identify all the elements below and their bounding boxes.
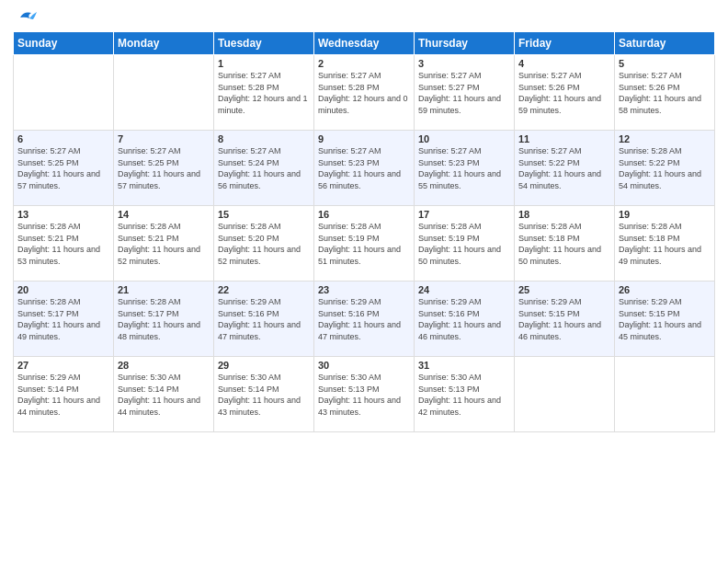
day-info: Sunrise: 5:28 AMSunset: 5:20 PMDaylight:… — [218, 221, 310, 267]
day-cell: 9Sunrise: 5:27 AMSunset: 5:23 PMDaylight… — [314, 131, 415, 206]
day-number: 4 — [518, 58, 610, 69]
day-info: Sunrise: 5:29 AMSunset: 5:15 PMDaylight:… — [619, 296, 711, 342]
day-cell: 26Sunrise: 5:29 AMSunset: 5:15 PMDayligh… — [615, 282, 715, 357]
col-header-monday: Monday — [114, 32, 214, 55]
day-number: 6 — [17, 133, 109, 144]
day-cell: 28Sunrise: 5:30 AMSunset: 5:14 PMDayligh… — [114, 357, 214, 432]
day-number: 11 — [518, 133, 610, 144]
day-number: 30 — [318, 360, 410, 371]
day-number: 27 — [17, 360, 109, 371]
day-info: Sunrise: 5:28 AMSunset: 5:17 PMDaylight:… — [118, 296, 210, 342]
day-info: Sunrise: 5:28 AMSunset: 5:17 PMDaylight:… — [17, 296, 109, 342]
day-info: Sunrise: 5:30 AMSunset: 5:14 PMDaylight:… — [118, 372, 210, 418]
day-cell: 29Sunrise: 5:30 AMSunset: 5:14 PMDayligh… — [214, 357, 314, 432]
day-info: Sunrise: 5:30 AMSunset: 5:14 PMDaylight:… — [218, 372, 310, 418]
col-header-tuesday: Tuesday — [214, 32, 314, 55]
day-info: Sunrise: 5:28 AMSunset: 5:22 PMDaylight:… — [619, 145, 711, 191]
week-row-1: 1Sunrise: 5:27 AMSunset: 5:28 PMDaylight… — [14, 55, 715, 131]
day-info: Sunrise: 5:27 AMSunset: 5:24 PMDaylight:… — [218, 145, 310, 191]
day-info: Sunrise: 5:28 AMSunset: 5:19 PMDaylight:… — [318, 221, 410, 267]
day-info: Sunrise: 5:29 AMSunset: 5:16 PMDaylight:… — [318, 296, 410, 342]
day-cell: 17Sunrise: 5:28 AMSunset: 5:19 PMDayligh… — [415, 206, 515, 282]
day-number: 10 — [418, 133, 510, 144]
day-number: 7 — [118, 133, 210, 144]
day-cell: 11Sunrise: 5:27 AMSunset: 5:22 PMDayligh… — [515, 131, 615, 206]
day-info: Sunrise: 5:28 AMSunset: 5:18 PMDaylight:… — [518, 221, 610, 267]
day-number: 20 — [17, 284, 109, 295]
day-cell: 4Sunrise: 5:27 AMSunset: 5:26 PMDaylight… — [515, 55, 615, 131]
day-cell: 15Sunrise: 5:28 AMSunset: 5:20 PMDayligh… — [214, 206, 314, 282]
header — [13, 9, 715, 26]
day-cell: 5Sunrise: 5:27 AMSunset: 5:26 PMDaylight… — [615, 55, 715, 131]
day-number: 21 — [118, 284, 210, 295]
day-cell: 27Sunrise: 5:29 AMSunset: 5:14 PMDayligh… — [14, 357, 114, 432]
day-cell: 6Sunrise: 5:27 AMSunset: 5:25 PMDaylight… — [14, 131, 114, 206]
day-info: Sunrise: 5:29 AMSunset: 5:15 PMDaylight:… — [518, 296, 610, 342]
day-info: Sunrise: 5:28 AMSunset: 5:19 PMDaylight:… — [418, 221, 510, 267]
day-cell: 23Sunrise: 5:29 AMSunset: 5:16 PMDayligh… — [314, 282, 415, 357]
day-info: Sunrise: 5:29 AMSunset: 5:14 PMDaylight:… — [17, 372, 109, 418]
day-number: 3 — [418, 58, 510, 69]
day-number: 22 — [218, 284, 310, 295]
calendar-header-row: SundayMondayTuesdayWednesdayThursdayFrid… — [14, 32, 715, 55]
day-cell: 1Sunrise: 5:27 AMSunset: 5:28 PMDaylight… — [214, 55, 314, 131]
day-cell: 19Sunrise: 5:28 AMSunset: 5:18 PMDayligh… — [615, 206, 715, 282]
day-number: 24 — [418, 284, 510, 295]
day-cell: 12Sunrise: 5:28 AMSunset: 5:22 PMDayligh… — [615, 131, 715, 206]
day-number: 16 — [318, 209, 410, 220]
day-number: 17 — [418, 209, 510, 220]
day-info: Sunrise: 5:27 AMSunset: 5:28 PMDaylight:… — [318, 70, 410, 116]
day-info: Sunrise: 5:27 AMSunset: 5:26 PMDaylight:… — [518, 70, 610, 116]
day-number: 9 — [318, 133, 410, 144]
week-row-5: 27Sunrise: 5:29 AMSunset: 5:14 PMDayligh… — [14, 357, 715, 432]
week-row-4: 20Sunrise: 5:28 AMSunset: 5:17 PMDayligh… — [14, 282, 715, 357]
logo — [13, 9, 37, 26]
day-cell: 2Sunrise: 5:27 AMSunset: 5:28 PMDaylight… — [314, 55, 415, 131]
day-number: 5 — [619, 58, 711, 69]
day-info: Sunrise: 5:28 AMSunset: 5:21 PMDaylight:… — [118, 221, 210, 267]
day-cell: 24Sunrise: 5:29 AMSunset: 5:16 PMDayligh… — [415, 282, 515, 357]
col-header-wednesday: Wednesday — [314, 32, 415, 55]
day-info: Sunrise: 5:30 AMSunset: 5:13 PMDaylight:… — [418, 372, 510, 418]
day-number: 28 — [118, 360, 210, 371]
day-cell: 25Sunrise: 5:29 AMSunset: 5:15 PMDayligh… — [515, 282, 615, 357]
day-info: Sunrise: 5:28 AMSunset: 5:18 PMDaylight:… — [619, 221, 711, 267]
week-row-2: 6Sunrise: 5:27 AMSunset: 5:25 PMDaylight… — [14, 131, 715, 206]
day-number: 31 — [418, 360, 510, 371]
day-number: 26 — [619, 284, 711, 295]
day-info: Sunrise: 5:27 AMSunset: 5:26 PMDaylight:… — [619, 70, 711, 116]
day-number: 8 — [218, 133, 310, 144]
col-header-friday: Friday — [515, 32, 615, 55]
day-info: Sunrise: 5:27 AMSunset: 5:23 PMDaylight:… — [318, 145, 410, 191]
day-cell: 8Sunrise: 5:27 AMSunset: 5:24 PMDaylight… — [214, 131, 314, 206]
day-number: 12 — [619, 133, 711, 144]
day-cell — [14, 55, 114, 131]
day-number: 1 — [218, 58, 310, 69]
day-cell: 22Sunrise: 5:29 AMSunset: 5:16 PMDayligh… — [214, 282, 314, 357]
day-info: Sunrise: 5:27 AMSunset: 5:23 PMDaylight:… — [418, 145, 510, 191]
day-info: Sunrise: 5:27 AMSunset: 5:28 PMDaylight:… — [218, 70, 310, 116]
col-header-sunday: Sunday — [14, 32, 114, 55]
day-number: 18 — [518, 209, 610, 220]
day-number: 14 — [118, 209, 210, 220]
day-cell — [114, 55, 214, 131]
week-row-3: 13Sunrise: 5:28 AMSunset: 5:21 PMDayligh… — [14, 206, 715, 282]
day-number: 13 — [17, 209, 109, 220]
day-cell: 30Sunrise: 5:30 AMSunset: 5:13 PMDayligh… — [314, 357, 415, 432]
day-info: Sunrise: 5:27 AMSunset: 5:25 PMDaylight:… — [17, 145, 109, 191]
day-cell — [515, 357, 615, 432]
day-number: 29 — [218, 360, 310, 371]
day-cell: 7Sunrise: 5:27 AMSunset: 5:25 PMDaylight… — [114, 131, 214, 206]
day-number: 23 — [318, 284, 410, 295]
day-cell: 16Sunrise: 5:28 AMSunset: 5:19 PMDayligh… — [314, 206, 415, 282]
day-cell: 14Sunrise: 5:28 AMSunset: 5:21 PMDayligh… — [114, 206, 214, 282]
col-header-saturday: Saturday — [615, 32, 715, 55]
day-cell — [615, 357, 715, 432]
page: SundayMondayTuesdayWednesdayThursdayFrid… — [0, 0, 728, 563]
logo-bird-icon — [17, 9, 37, 26]
day-info: Sunrise: 5:30 AMSunset: 5:13 PMDaylight:… — [318, 372, 410, 418]
day-number: 25 — [518, 284, 610, 295]
day-cell: 31Sunrise: 5:30 AMSunset: 5:13 PMDayligh… — [415, 357, 515, 432]
day-info: Sunrise: 5:29 AMSunset: 5:16 PMDaylight:… — [418, 296, 510, 342]
day-info: Sunrise: 5:27 AMSunset: 5:25 PMDaylight:… — [118, 145, 210, 191]
